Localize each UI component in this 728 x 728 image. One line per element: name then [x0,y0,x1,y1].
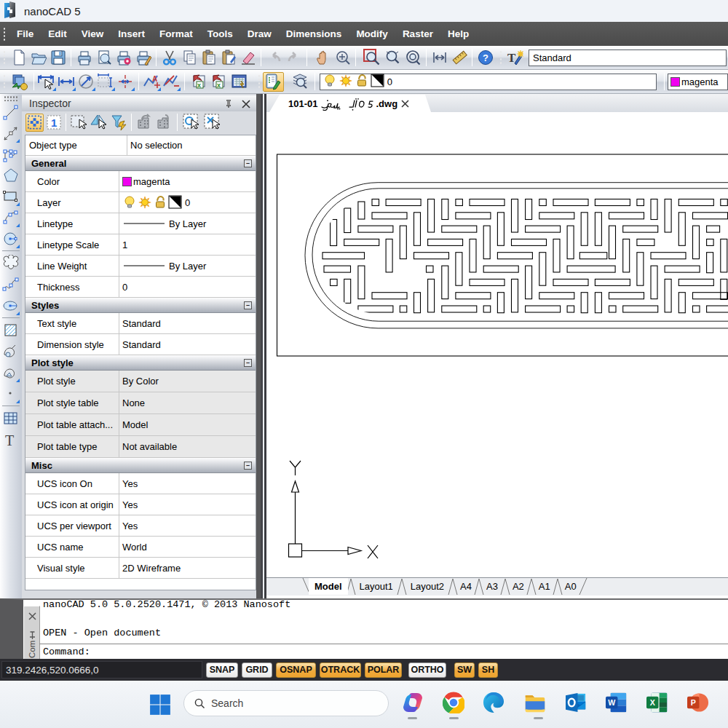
svg-text:W: W [608,698,616,707]
svg-text:x: x [197,82,201,89]
svg-text:A: A [152,75,157,83]
svg-text:?: ? [483,52,488,63]
svg-text:P: P [691,698,696,707]
svg-text:T: T [5,432,14,448]
svg-text:1: 1 [51,116,57,129]
svg-text:x: x [217,82,221,89]
svg-text:X: X [650,698,655,707]
